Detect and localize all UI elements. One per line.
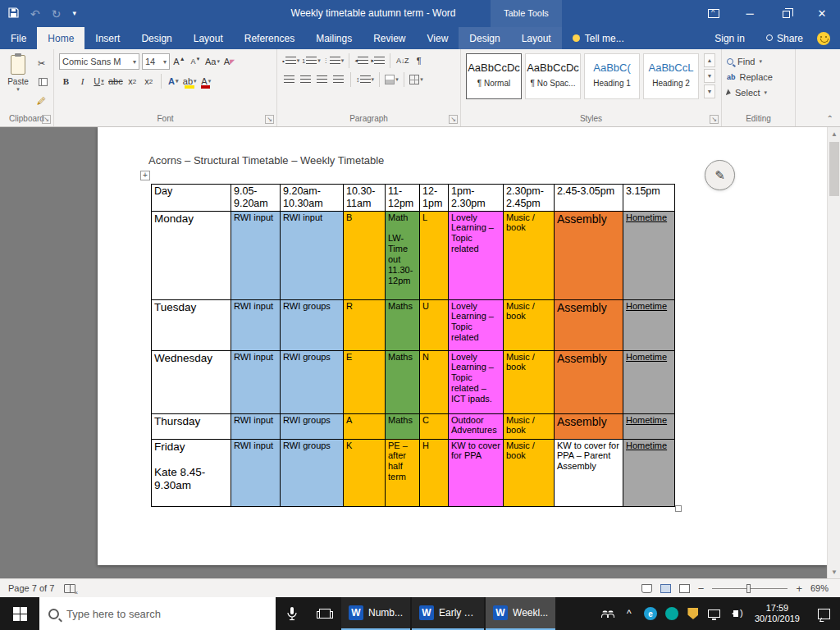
timetable-cell[interactable]: E <box>344 350 386 413</box>
timetable-cell[interactable]: Hometime <box>623 211 675 299</box>
tab-references[interactable]: References <box>234 27 305 49</box>
timetable-cell[interactable]: Lovely Learning – Topic related – ICT ip… <box>449 350 504 413</box>
timetable-cell[interactable]: Assembly <box>555 350 623 413</box>
edge-tray-icon[interactable]: e <box>640 597 661 630</box>
teams-tray-icon[interactable] <box>661 597 682 630</box>
taskbar-window-numb[interactable]: WNumb... <box>341 597 410 630</box>
timetable-cell[interactable]: RWI input <box>231 439 281 506</box>
redo-icon[interactable]: ↻ <box>52 8 62 20</box>
timetable-cell[interactable]: Maths <box>386 350 420 413</box>
tab-mailings[interactable]: Mailings <box>305 27 363 49</box>
timetable-cell[interactable]: Maths <box>386 299 420 350</box>
bullets-icon[interactable]: •▾ <box>282 53 299 68</box>
feedback-smiley-icon[interactable] <box>817 32 830 45</box>
align-left-icon[interactable] <box>282 72 296 87</box>
timetable-cell[interactable]: Math LW- Time out 11.30-12pm <box>386 211 420 299</box>
timetable-header-cell[interactable]: 9.05-9.20am <box>231 185 281 212</box>
style-card-heading-2[interactable]: AaBbCcLHeading 2 <box>643 53 699 99</box>
timetable-cell[interactable]: Maths <box>386 413 420 439</box>
zoom-slider-thumb[interactable] <box>746 584 751 593</box>
italic-button[interactable]: I <box>75 74 89 89</box>
tab-view[interactable]: View <box>417 27 459 49</box>
zoom-slider[interactable] <box>712 588 788 589</box>
styles-scroll-down-icon[interactable]: ▼ <box>704 69 715 83</box>
timetable-cell[interactable]: Music / book <box>504 413 555 439</box>
undo-icon[interactable]: ↶ <box>30 8 40 20</box>
timetable-cell[interactable]: H <box>420 439 449 506</box>
web-layout-icon[interactable] <box>679 584 690 593</box>
timetable-cell[interactable]: Assembly <box>555 413 623 439</box>
timetable-cell[interactable]: Music / book <box>504 350 555 413</box>
people-button[interactable] <box>597 597 619 630</box>
text-effects-icon[interactable]: A▾ <box>167 74 180 89</box>
timetable-cell[interactable]: RWI groups <box>281 299 344 350</box>
paragraph-dialog-launcher[interactable]: ↘ <box>449 115 458 124</box>
styles-scroll-up-icon[interactable]: ▲ <box>704 53 715 67</box>
tab-layout[interactable]: Layout <box>183 27 234 49</box>
timetable-cell[interactable]: KW to cover for PPA <box>449 439 504 506</box>
borders-icon[interactable]: ▾ <box>409 72 423 87</box>
styles-dialog-launcher[interactable]: ↘ <box>710 115 719 124</box>
taskbar-window-earlyy[interactable]: WEarly Y... <box>412 597 484 630</box>
timetable-cell[interactable]: Lovely Learning – Topic related <box>449 211 504 299</box>
table-move-handle[interactable]: + <box>140 171 150 180</box>
timetable-cell[interactable]: A <box>344 413 386 439</box>
tab-design[interactable]: Design <box>130 27 182 49</box>
timetable-cell[interactable]: Music / book <box>504 439 555 506</box>
shrink-font-icon[interactable]: A▼ <box>189 54 203 69</box>
timetable-cell[interactable]: Tuesday <box>152 299 231 350</box>
proofing-status-icon[interactable] <box>64 584 75 593</box>
taskbar-window-weekl[interactable]: WWeekl... <box>486 597 555 630</box>
tab-tabletools-layout[interactable]: Layout <box>511 27 562 49</box>
ribbon-display-options-button[interactable] <box>696 0 732 27</box>
find-button[interactable]: Find▾ <box>727 53 790 69</box>
timetable-cell[interactable]: RWI input <box>281 211 344 299</box>
style-card-no-spac[interactable]: AaBbCcDc¶ No Spac... <box>525 53 581 99</box>
timetable-cell[interactable]: Assembly <box>555 299 623 350</box>
format-painter-icon[interactable]: 🖉 <box>34 94 48 108</box>
style-card-heading-1[interactable]: AaBbC(Heading 1 <box>584 53 640 99</box>
volume-tray-icon[interactable] <box>725 597 746 630</box>
style-card-normal[interactable]: AaBbCcDc¶ Normal <box>466 53 522 99</box>
tab-insert[interactable]: Insert <box>84 27 130 49</box>
font-color-icon[interactable]: A▾ <box>199 74 213 89</box>
shading-icon[interactable]: ▾ <box>385 72 399 87</box>
document-page[interactable]: Acorns – Structural Timetable – Weekly T… <box>98 127 827 565</box>
timetable-cell[interactable]: Assembly <box>555 211 623 299</box>
timetable-cell[interactable]: Hometime <box>623 350 675 413</box>
increase-indent-icon[interactable]: ▸ <box>371 53 385 68</box>
replace-button[interactable]: abReplace <box>727 69 790 84</box>
timetable-cell[interactable]: Music / book <box>504 211 555 299</box>
taskbar-clock[interactable]: 17:59 30/10/2019 <box>746 603 808 624</box>
timetable-cell[interactable]: Friday Kate 8.45-9.30am <box>152 439 231 506</box>
action-center-button[interactable] <box>818 609 830 619</box>
collapse-ribbon-icon[interactable]: ⌃ <box>827 114 833 123</box>
start-button[interactable] <box>0 597 39 630</box>
zoom-in-button[interactable]: + <box>796 583 802 594</box>
task-view-button[interactable] <box>308 597 341 630</box>
taskbar-search-input[interactable]: Type here to search <box>39 597 276 630</box>
justify-icon[interactable] <box>331 72 345 87</box>
tab-home[interactable]: Home <box>37 27 84 49</box>
underline-button[interactable]: U▾ <box>92 74 106 89</box>
tab-file[interactable]: File <box>0 27 37 49</box>
copy-icon[interactable] <box>34 75 48 89</box>
highlight-color-icon[interactable]: ab▾ <box>183 74 197 89</box>
line-spacing-icon[interactable]: ↕▾ <box>356 72 374 87</box>
timetable-cell[interactable]: Monday <box>152 211 231 299</box>
timetable-header-cell[interactable]: 2.30pm-2.45pm <box>504 185 555 212</box>
page-indicator[interactable]: Page 7 of 7 <box>8 583 54 593</box>
timetable-header-cell[interactable]: 9.20am-10.30am <box>281 185 344 212</box>
zoom-level[interactable]: 69% <box>810 583 829 593</box>
sort-icon[interactable]: A↓Z <box>395 53 409 68</box>
styles-more-icon[interactable]: ▼ <box>704 84 715 98</box>
font-dialog-launcher[interactable]: ↘ <box>265 115 274 124</box>
minimize-button[interactable]: ─ <box>732 0 768 27</box>
timetable-cell[interactable]: PE – after half term <box>386 439 420 506</box>
timetable-header-cell[interactable]: 10.30-11am <box>344 185 386 212</box>
timetable-cell[interactable]: RWI groups <box>281 413 344 439</box>
timetable-header-cell[interactable]: 2.45-3.05pm <box>555 185 623 212</box>
security-tray-icon[interactable] <box>682 597 704 630</box>
vertical-scrollbar[interactable]: ▲ ▼ <box>827 127 840 578</box>
timetable-cell[interactable]: R <box>344 299 386 350</box>
